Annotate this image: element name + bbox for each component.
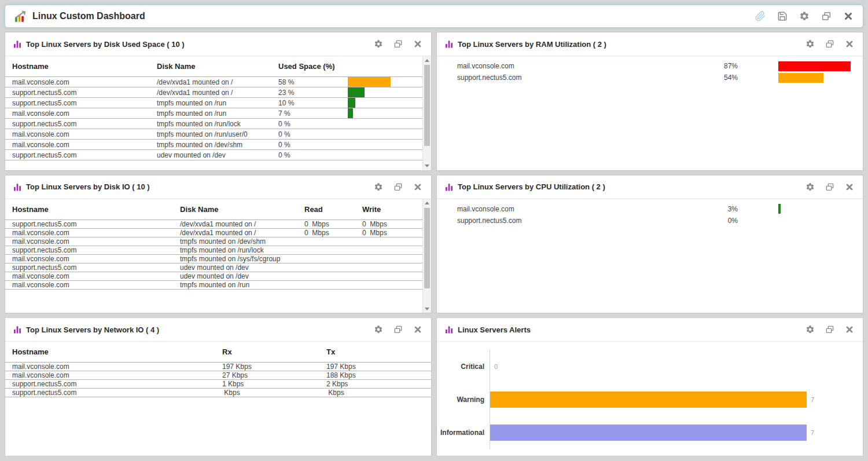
close-icon[interactable] (413, 39, 422, 49)
bar-cell (778, 73, 823, 83)
table-row: mail.vconsole.com27 Kbps188 Kbps (5, 371, 431, 380)
dashboard-grid: Top Linux Servers by Disk Used Space ( 1… (5, 32, 863, 456)
alert-bar (490, 392, 807, 408)
dashboard-title: Linux Custom Dashboard (32, 11, 145, 21)
table-row: mail.vconsole.comtmpfs mounted on /run7 … (5, 108, 422, 119)
panel-linux-servers-alerts: Linux Servers Alerts Critical0Warning7In… (436, 317, 863, 456)
list-item: support.nectus5.com54% (437, 72, 863, 83)
bar-chart-icon (14, 325, 21, 334)
scroll-up-arrow[interactable] (423, 199, 431, 207)
scrollbar-thumb[interactable] (424, 208, 430, 289)
alerts-bar-chart: Critical0Warning7Informational7 (437, 342, 863, 456)
value-bar (778, 204, 781, 214)
gear-icon[interactable] (374, 182, 383, 192)
hostname-cell: mail.vconsole.com (12, 78, 157, 86)
disk-name-cell: udev mounted on /dev (180, 264, 304, 272)
panel-header: Top Linux Servers by Network IO ( 4 ) (5, 318, 431, 342)
table-row: mail.vconsole.comtmpfs mounted on /run (5, 281, 422, 290)
col-tx: Tx (326, 347, 431, 356)
disk-name-cell: /dev/xvda1 mounted on / (157, 89, 278, 97)
app-header: Linux Custom Dashboard (5, 5, 863, 28)
hostname-cell: mail.vconsole.com (12, 237, 180, 246)
panel-title: Top Linux Servers by Network IO ( 4 ) (26, 325, 159, 334)
chart-row: Warning7 (437, 383, 863, 416)
cascade-windows-icon[interactable] (393, 39, 403, 49)
hostname-cell: mail.vconsole.com (12, 281, 180, 289)
col-used-space: Used Space (%) (278, 62, 348, 71)
value-label: 7 (811, 429, 814, 436)
value-label: 7 (811, 396, 814, 403)
close-icon[interactable] (845, 39, 854, 49)
vertical-scrollbar[interactable] (422, 199, 431, 313)
list-item: mail.vconsole.com3% (437, 203, 863, 215)
panel-network-io: Top Linux Servers by Network IO ( 4 ) Ho… (5, 317, 432, 456)
table-row: support.nectus5.comudev mounted on /dev (5, 264, 422, 272)
paperclip-icon[interactable] (755, 11, 766, 21)
close-icon[interactable] (413, 325, 422, 334)
scroll-up-arrow[interactable] (423, 56, 431, 64)
hostname-cell: mail.vconsole.com (12, 141, 157, 149)
used-space-cell: 0 % (278, 130, 348, 138)
hostname-cell: support.nectus5.com (457, 74, 715, 82)
bar-cell (348, 87, 422, 97)
disk-name-cell: udev mounted on /dev (157, 151, 278, 159)
disk-name-cell: udev mounted on /dev (180, 272, 304, 280)
close-icon[interactable] (413, 182, 422, 192)
hostname-cell: mail.vconsole.com (12, 229, 180, 237)
close-icon[interactable] (845, 325, 854, 334)
gear-icon[interactable] (806, 325, 815, 334)
write-cell: 0 Mbps (362, 220, 422, 228)
cascade-windows-icon[interactable] (393, 325, 403, 334)
disk-name-cell: /dev/xvda1 mounted on / (157, 78, 278, 86)
percent-cell: 3% (715, 205, 738, 213)
cascade-windows-icon[interactable] (393, 182, 403, 192)
network-io-rows: mail.vconsole.com197 Kbps197 Kbpsmail.vc… (5, 363, 431, 397)
save-icon[interactable] (777, 11, 788, 21)
gear-icon[interactable] (799, 11, 810, 21)
bar-chart-icon (14, 40, 21, 48)
scrollbar-thumb[interactable] (424, 65, 430, 146)
scroll-down-arrow[interactable] (423, 305, 431, 313)
hostname-cell: support.nectus5.com (12, 120, 157, 128)
panel-disk-used-space: Top Linux Servers by Disk Used Space ( 1… (5, 32, 432, 171)
rx-cell: 197 Kbps (222, 363, 326, 371)
col-hostname: Hostname (12, 62, 157, 71)
hostname-cell: support.nectus5.com (12, 220, 180, 228)
disk-name-cell: tmpfs mounted on /run (157, 109, 278, 118)
close-icon[interactable] (843, 11, 854, 21)
cascade-windows-icon[interactable] (821, 11, 832, 21)
table-row: mail.vconsole.com/dev/xvda1 mounted on /… (5, 229, 422, 237)
cascade-windows-icon[interactable] (825, 325, 834, 334)
value-bar (348, 108, 353, 118)
scroll-down-arrow[interactable] (423, 162, 431, 170)
used-space-cell: 10 % (278, 99, 348, 107)
hostname-cell: support.nectus5.com (12, 380, 222, 388)
tx-cell: 2 Kbps (326, 380, 431, 388)
cascade-windows-icon[interactable] (825, 39, 834, 49)
cascade-windows-icon[interactable] (825, 182, 834, 192)
gear-icon[interactable] (374, 39, 383, 49)
table-header: Hostname Rx Tx (5, 342, 431, 363)
rx-cell: 1 Kbps (222, 380, 326, 388)
table-row: support.nectus5.com/dev/xvda1 mounted on… (5, 87, 422, 98)
table-row: mail.vconsole.com197 Kbps197 Kbps (5, 363, 431, 371)
table-row: mail.vconsole.comtmpfs mounted on /dev/s… (5, 237, 422, 246)
bar-cell (348, 140, 422, 149)
bar-chart-icon (446, 40, 453, 48)
col-hostname: Hostname (12, 205, 180, 214)
gear-icon[interactable] (374, 325, 383, 334)
table-row: mail.vconsole.com/dev/xvda1 mounted on /… (5, 77, 422, 87)
rx-cell: 27 Kbps (222, 371, 326, 379)
table-header: Hostname Disk Name Used Space (%) (5, 56, 422, 77)
gear-icon[interactable] (806, 182, 815, 192)
used-space-cell: 7 % (278, 109, 348, 118)
hostname-cell: support.nectus5.com (12, 99, 157, 107)
gear-icon[interactable] (806, 39, 815, 49)
table-row: support.nectus5.comtmpfs mounted on /run… (5, 119, 422, 129)
disk-name-cell: tmpfs mounted on /run (180, 281, 304, 289)
disk-io-rows: support.nectus5.com/dev/xvda1 mounted on… (5, 220, 422, 290)
hostname-cell: mail.vconsole.com (12, 130, 157, 138)
vertical-scrollbar[interactable] (422, 56, 431, 170)
close-icon[interactable] (845, 182, 854, 192)
value-bar (348, 98, 355, 108)
